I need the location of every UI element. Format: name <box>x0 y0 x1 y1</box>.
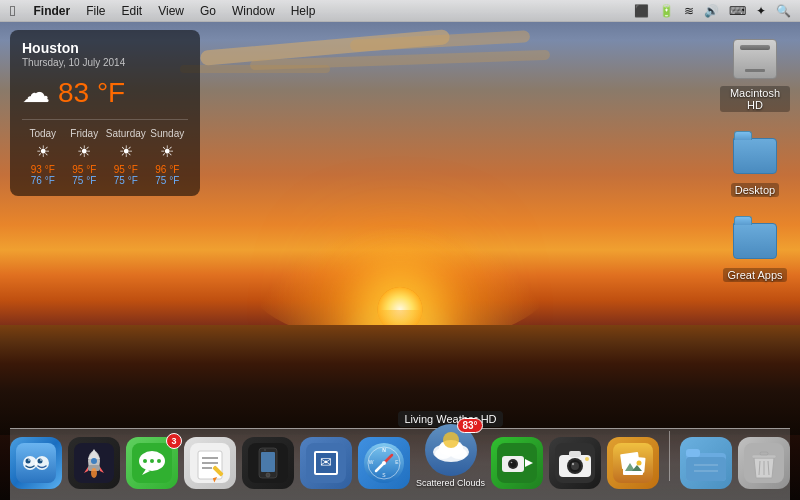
forecast-sunday-icon: ☀ <box>147 142 189 161</box>
svg-rect-62 <box>569 451 581 457</box>
forecast-saturday-hi: 95 °F <box>105 164 147 175</box>
svg-rect-32 <box>261 452 275 472</box>
iphone-icon <box>242 437 294 489</box>
file-menu[interactable]: File <box>78 0 113 22</box>
textedit-icon <box>184 437 236 489</box>
ocean <box>0 325 800 435</box>
dock-living-weather[interactable]: Living Weather HD <box>416 424 485 489</box>
desktop-folder-icon <box>731 132 779 180</box>
finder-menu[interactable]: Finder <box>25 0 78 22</box>
great-apps-icon <box>731 217 779 265</box>
dock-finder[interactable]: Finder <box>10 437 62 489</box>
svg-point-21 <box>150 459 154 463</box>
forecast-friday-label: Friday <box>64 128 106 139</box>
desktop-icons: Macintosh HD Desktop Great Apps <box>720 35 790 282</box>
iphoto-icon <box>607 437 659 489</box>
svg-rect-81 <box>752 455 776 458</box>
forecast-today-label: Today <box>22 128 64 139</box>
dock-iphoto[interactable]: iPhoto <box>607 437 659 489</box>
desktop-icon-macintosh-hd[interactable]: Macintosh HD <box>720 35 790 112</box>
svg-point-74 <box>637 461 642 466</box>
dock-downloads[interactable]: Downloads <box>680 437 732 489</box>
forecast-saturday: Saturday ☀ 95 °F 75 °F <box>105 128 147 186</box>
weather-widget[interactable]: Houston Thursday, 10 July 2014 ☁ 83 °F T… <box>10 30 200 196</box>
keyboard-icon[interactable]: ⌨ <box>726 4 749 18</box>
apple-menu[interactable]:  <box>0 0 25 22</box>
svg-point-5 <box>26 459 31 464</box>
forecast-sunday-hi: 96 °F <box>147 164 189 175</box>
svg-point-8 <box>40 459 42 461</box>
dock-messages[interactable]: Messages 3 <box>126 437 178 489</box>
search-icon[interactable]: 🔍 <box>773 4 794 18</box>
weather-current-icon: ☁ <box>22 76 50 109</box>
dock-camera[interactable]: Camera <box>549 437 601 489</box>
finder-icon <box>10 437 62 489</box>
cloud-4 <box>180 65 330 73</box>
go-menu[interactable]: Go <box>192 0 224 22</box>
help-menu[interactable]: Help <box>283 0 324 22</box>
window-menu[interactable]: Window <box>224 0 283 22</box>
svg-point-13 <box>91 458 97 464</box>
svg-point-6 <box>38 459 43 464</box>
wifi-icon[interactable]: ≋ <box>681 4 697 18</box>
forecast-saturday-icon: ☀ <box>105 142 147 161</box>
weather-main: ☁ 83 °F <box>22 76 188 109</box>
svg-text:W: W <box>369 459 374 465</box>
svg-text:N: N <box>382 447 386 453</box>
svg-point-53 <box>443 432 459 448</box>
forecast-friday-icon: ☀ <box>64 142 106 161</box>
great-apps-folder-shape <box>733 223 777 259</box>
desktop-icon-great-apps[interactable]: Great Apps <box>720 217 790 282</box>
svg-point-7 <box>28 459 30 461</box>
forecast-saturday-lo: 75 °F <box>105 175 147 186</box>
screen-icon[interactable]: ⬛ <box>631 4 652 18</box>
trash-icon <box>738 437 790 489</box>
svg-point-67 <box>585 457 589 461</box>
menubar-right: ⬛ 🔋 ≋ 🔊 ⌨ ✦ 🔍 <box>631 4 800 18</box>
bluetooth-icon[interactable]: ✦ <box>753 4 769 18</box>
svg-rect-77 <box>686 449 700 457</box>
battery-icon[interactable]: 🔋 <box>656 4 677 18</box>
dock-trash[interactable]: Trash <box>738 437 790 489</box>
svg-rect-24 <box>198 451 222 479</box>
folder-icon-shape <box>733 138 777 174</box>
svg-point-33 <box>266 473 270 477</box>
forecast-sunday-lo: 75 °F <box>147 175 189 186</box>
svg-point-57 <box>510 461 516 467</box>
weather-city: Houston <box>22 40 188 56</box>
hd-icon-shape <box>733 39 777 79</box>
desktop-folder-label: Desktop <box>731 183 779 197</box>
weather-forecast: Today ☀ 93 °F 76 °F Friday ☀ 95 °F 75 °F… <box>22 119 188 186</box>
forecast-today-hi: 93 °F <box>22 164 64 175</box>
svg-point-20 <box>143 459 147 463</box>
svg-point-43 <box>382 461 386 465</box>
forecast-today-lo: 76 °F <box>22 175 64 186</box>
dock-safari[interactable]: Safari N <box>358 437 410 489</box>
view-menu[interactable]: View <box>150 0 192 22</box>
dock-separator <box>669 431 670 481</box>
svg-text:✉: ✉ <box>320 454 332 470</box>
volume-icon[interactable]: 🔊 <box>701 4 722 18</box>
edit-menu[interactable]: Edit <box>114 0 151 22</box>
forecast-sunday-label: Sunday <box>147 128 189 139</box>
dock-items: Finder <box>10 424 790 495</box>
dock-facetime[interactable]: FaceTime <box>491 437 543 489</box>
weather-condition-label: Scattered Clouds <box>416 478 485 489</box>
macintosh-hd-icon <box>731 35 779 83</box>
forecast-friday-hi: 95 °F <box>64 164 106 175</box>
desktop-icon-desktop-folder[interactable]: Desktop <box>720 132 790 197</box>
dock-iphone[interactable]: iPhone <box>242 437 294 489</box>
menubar-left:  Finder File Edit View Go Window Help <box>0 0 631 22</box>
svg-point-22 <box>157 459 161 463</box>
great-apps-label: Great Apps <box>723 268 786 282</box>
stamp-icon: ✉ <box>300 437 352 489</box>
weather-date: Thursday, 10 July 2014 <box>22 57 188 68</box>
dock-stamp[interactable]: Stamp ✉ <box>300 437 352 489</box>
svg-point-66 <box>572 463 574 465</box>
safari-icon: N S E W <box>358 437 410 489</box>
forecast-sunday: Sunday ☀ 96 °F 75 °F <box>147 128 189 186</box>
dock-textedit[interactable]: TextEdit <box>184 437 236 489</box>
dock-launchpad[interactable]: Launchpad <box>68 437 120 489</box>
forecast-friday-lo: 75 °F <box>64 175 106 186</box>
forecast-friday: Friday ☀ 95 °F 75 °F <box>64 128 106 186</box>
